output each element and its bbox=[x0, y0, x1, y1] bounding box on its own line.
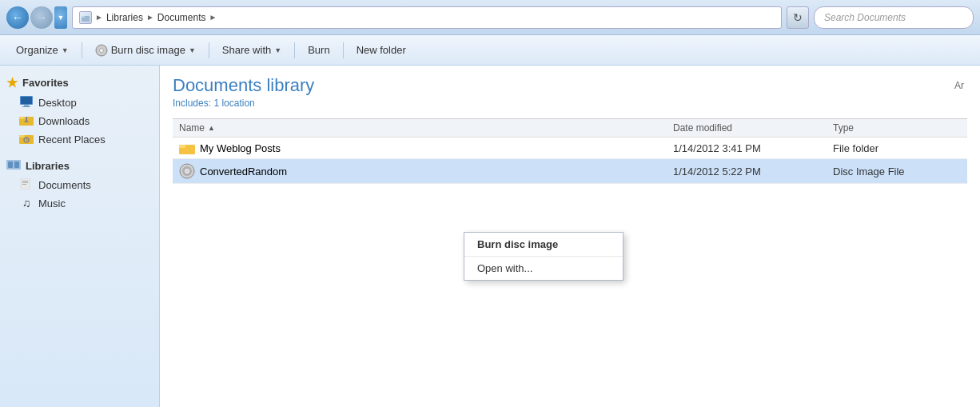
context-menu: Burn disc image Open with... bbox=[464, 232, 623, 281]
sort-arrow: ▲ bbox=[208, 124, 215, 132]
refresh-button[interactable]: ↻ bbox=[787, 6, 809, 29]
breadcrumb-documents[interactable]: Documents bbox=[157, 12, 206, 23]
documents-icon bbox=[19, 178, 34, 192]
burn-disc-dropdown-arrow: ▼ bbox=[189, 46, 196, 54]
file-name-cell-2: ConvertedRandom bbox=[179, 163, 673, 179]
svg-rect-22 bbox=[22, 182, 28, 183]
burn-label: Burn bbox=[308, 44, 329, 56]
downloads-icon bbox=[19, 114, 34, 128]
organize-label: Organize bbox=[16, 44, 58, 56]
toolbar-sep-3 bbox=[294, 42, 295, 58]
svg-rect-7 bbox=[24, 105, 29, 106]
location-count: 1 location bbox=[213, 98, 254, 109]
favorites-star-icon: ★ bbox=[6, 75, 18, 90]
documents-label: Documents bbox=[38, 179, 91, 191]
burn-disc-image-button[interactable]: Burn disc image ▼ bbox=[89, 41, 202, 60]
svg-point-4 bbox=[101, 50, 102, 51]
favorites-section-header: ★ Favorites bbox=[0, 72, 159, 94]
library-title: Documents library bbox=[173, 75, 967, 96]
context-menu-open-with-label: Open with... bbox=[477, 262, 532, 274]
svg-rect-10 bbox=[19, 117, 25, 119]
svg-rect-19 bbox=[14, 162, 19, 168]
organize-dropdown-arrow: ▼ bbox=[62, 46, 69, 54]
svg-point-29 bbox=[186, 170, 188, 172]
breadcrumb-folder-icon bbox=[79, 11, 92, 24]
burn-disc-image-label: Burn disc image bbox=[111, 44, 185, 56]
breadcrumb-arrow-1: ► bbox=[95, 13, 103, 22]
folder-icon bbox=[179, 142, 195, 154]
new-folder-button[interactable]: New folder bbox=[350, 41, 412, 59]
forward-button[interactable]: → bbox=[30, 6, 53, 29]
svg-rect-8 bbox=[22, 106, 30, 107]
svg-rect-1 bbox=[82, 16, 85, 18]
breadcrumb-arrow-3: ► bbox=[209, 13, 217, 22]
breadcrumb-arrow-2: ► bbox=[146, 13, 154, 22]
music-label: Music bbox=[38, 198, 66, 209]
share-with-dropdown-arrow: ▼ bbox=[274, 46, 281, 54]
libraries-section-header: Libraries bbox=[0, 155, 159, 176]
svg-rect-11 bbox=[26, 117, 27, 120]
svg-rect-25 bbox=[179, 145, 185, 148]
subtitle-includes: Includes: bbox=[173, 98, 211, 109]
col-date-header[interactable]: Date modified bbox=[673, 122, 833, 134]
content-area: Documents library Includes: 1 location A… bbox=[160, 66, 980, 407]
nav-buttons: ← → ▼ bbox=[6, 6, 67, 29]
context-menu-item-open-with[interactable]: Open with... bbox=[464, 257, 623, 280]
disc-icon bbox=[179, 163, 195, 179]
favorites-label: Favorites bbox=[22, 77, 69, 89]
toolbar-sep-2 bbox=[209, 42, 209, 58]
sidebar-item-desktop[interactable]: Desktop bbox=[0, 94, 159, 112]
desktop-label: Desktop bbox=[38, 97, 77, 109]
file-type-cell-2: Disc Image File bbox=[833, 166, 961, 178]
col-name-header[interactable]: Name ▲ bbox=[179, 122, 673, 134]
file-name-cell-1: My Weblog Posts bbox=[179, 142, 673, 154]
nav-dropdown-button[interactable]: ▼ bbox=[54, 6, 67, 29]
column-name-label: Name bbox=[179, 122, 205, 134]
svg-rect-23 bbox=[22, 184, 26, 185]
context-menu-burn-label: Burn disc image bbox=[477, 238, 558, 250]
sidebar-item-music[interactable]: ♫ Music bbox=[0, 194, 159, 212]
libraries-label: Libraries bbox=[26, 160, 70, 172]
table-row[interactable]: My Weblog Posts 1/14/2012 3:41 PM File f… bbox=[173, 138, 967, 159]
back-button[interactable]: ← bbox=[6, 6, 29, 29]
main-area: ★ Favorites Desktop bbox=[0, 66, 980, 407]
share-with-label: Share with bbox=[222, 44, 271, 56]
file-type-cell-1: File folder bbox=[833, 142, 961, 154]
file-date-cell-1: 1/14/2012 3:41 PM bbox=[673, 142, 833, 154]
file-name-1: My Weblog Posts bbox=[200, 142, 281, 154]
svg-rect-6 bbox=[21, 97, 32, 104]
new-folder-label: New folder bbox=[357, 44, 406, 56]
recent-places-icon bbox=[19, 133, 34, 146]
sidebar-gap-1 bbox=[0, 149, 159, 155]
sidebar-item-recent-places[interactable]: Recent Places bbox=[0, 130, 159, 149]
libraries-icon bbox=[6, 158, 21, 173]
library-subtitle: Includes: 1 location bbox=[173, 98, 967, 109]
file-date-cell-2: 1/14/2012 5:22 PM bbox=[673, 166, 833, 178]
burn-disc-icon bbox=[95, 44, 108, 57]
recent-places-label: Recent Places bbox=[38, 134, 106, 146]
breadcrumb-libraries[interactable]: Libraries bbox=[106, 12, 143, 23]
sidebar: ★ Favorites Desktop bbox=[0, 66, 160, 407]
context-menu-item-burn[interactable]: Burn disc image bbox=[464, 233, 623, 257]
search-placeholder: Search Documents bbox=[824, 12, 906, 23]
column-type-label: Type bbox=[833, 122, 854, 134]
table-row[interactable]: ConvertedRandom 1/14/2012 5:22 PM Disc I… bbox=[173, 159, 967, 184]
toolbar: Organize ▼ Burn disc image ▼ Share with … bbox=[0, 35, 980, 66]
search-box[interactable]: Search Documents bbox=[814, 6, 974, 29]
breadcrumb-bar[interactable]: ► Libraries ► Documents ► bbox=[72, 6, 782, 29]
music-icon: ♫ bbox=[19, 197, 34, 209]
file-list-header: Name ▲ Date modified Type bbox=[173, 119, 967, 138]
file-list: Name ▲ Date modified Type My Weblog bbox=[173, 118, 967, 184]
svg-rect-13 bbox=[19, 135, 25, 138]
sidebar-item-documents[interactable]: Documents bbox=[0, 176, 159, 194]
col-type-header[interactable]: Type bbox=[833, 122, 961, 134]
svg-rect-18 bbox=[8, 162, 13, 168]
column-date-label: Date modified bbox=[673, 122, 732, 134]
toolbar-sep-4 bbox=[343, 42, 344, 58]
sidebar-item-downloads[interactable]: Downloads bbox=[0, 112, 159, 130]
share-with-button[interactable]: Share with ▼ bbox=[216, 41, 288, 59]
organize-button[interactable]: Organize ▼ bbox=[10, 41, 75, 59]
address-bar: ← → ▼ ► Libraries ► Documents ► ↻ Search… bbox=[0, 0, 980, 35]
burn-button[interactable]: Burn bbox=[301, 41, 336, 59]
downloads-label: Downloads bbox=[38, 115, 90, 127]
